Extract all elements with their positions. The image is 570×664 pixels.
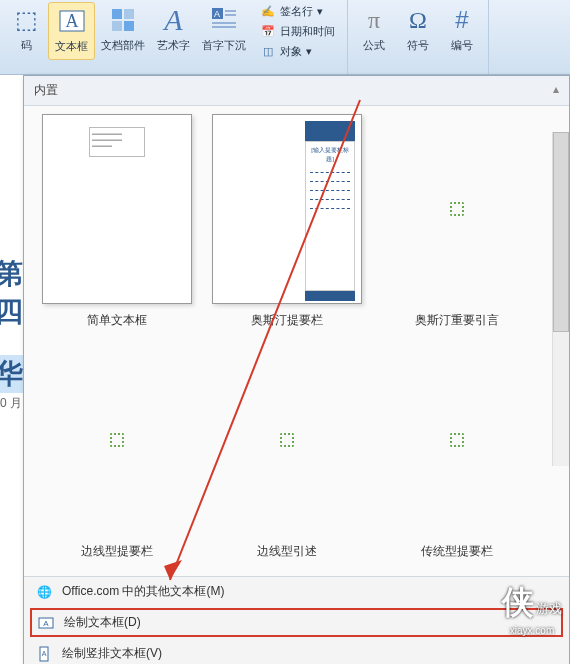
omega-icon: Ω [402, 4, 434, 36]
globe-icon: 🌐 [36, 584, 52, 600]
svg-rect-4 [112, 21, 122, 31]
svg-text:A: A [43, 619, 49, 628]
loading-icon [110, 433, 124, 447]
menu-draw-textbox[interactable]: A 绘制文本框(D) [30, 608, 563, 637]
calendar-icon: 📅 [260, 23, 276, 39]
hash-icon: # [446, 4, 478, 36]
svg-text:A: A [65, 11, 78, 31]
signline-button[interactable]: ✍签名行 ▾ [256, 2, 339, 20]
gallery-item-border-quote[interactable]: 边线型引述 [202, 345, 372, 564]
toolbar-btn[interactable]: ⬚码 [4, 2, 48, 60]
number-button[interactable]: #编号 [440, 2, 484, 55]
gallery-scrollbar[interactable] [552, 132, 569, 466]
docparts-icon [107, 4, 139, 36]
docparts-button[interactable]: 文档部件 [95, 2, 151, 60]
wordart-icon: A [158, 4, 190, 36]
watermark: 侠游戏 xiayx.com [502, 581, 562, 636]
textbox-button[interactable]: A 文本框 [48, 2, 95, 60]
gallery-item-traditional[interactable]: 传统型提要栏 [372, 345, 542, 564]
signature-icon: ✍ [260, 3, 276, 19]
svg-rect-2 [112, 9, 122, 19]
loading-icon [450, 433, 464, 447]
textbox-small-icon: A [38, 615, 54, 631]
svg-rect-3 [124, 9, 134, 19]
gallery: ▬▬▬▬▬▬▬▬▬▬▬▬▬▬▬▬ 简单文本框 [输入提要栏标题] 奥斯汀提要栏 … [24, 106, 569, 576]
ribbon: ⬚码 A 文本框 文档部件 A艺术字 A首字下沉 ✍签名行 ▾ 📅日期和时间 ◫… [0, 0, 570, 75]
dropdown-header: 内置 ▴ [24, 76, 569, 106]
gallery-item-austin-quote[interactable]: 奥斯汀重要引言 [372, 114, 542, 333]
gallery-item-simple[interactable]: ▬▬▬▬▬▬▬▬▬▬▬▬▬▬▬▬ 简单文本框 [32, 114, 202, 333]
svg-text:A: A [214, 9, 220, 19]
loading-icon [450, 202, 464, 216]
svg-rect-5 [124, 21, 134, 31]
object-icon: ◫ [260, 43, 276, 59]
svg-text:A: A [42, 650, 47, 657]
pi-icon: π [358, 4, 390, 36]
gallery-item-austin-sidebar[interactable]: [输入提要栏标题] 奥斯汀提要栏 [202, 114, 372, 333]
symbol-button[interactable]: Ω符号 [396, 2, 440, 55]
datetime-button[interactable]: 📅日期和时间 [256, 22, 339, 40]
wordart-button[interactable]: A艺术字 [151, 2, 196, 60]
gallery-item-border-sidebar[interactable]: 边线型提要栏 [32, 345, 202, 564]
textbox-dropdown: 内置 ▴ ▬▬▬▬▬▬▬▬▬▬▬▬▬▬▬▬ 简单文本框 [输入提要栏标题] 奥斯… [23, 75, 570, 664]
scroll-up-icon[interactable]: ▴ [553, 82, 559, 99]
vertical-textbox-icon: A [36, 646, 52, 662]
menu-office-more[interactable]: 🌐 Office.com 中的其他文本框(M) [24, 577, 569, 606]
menu-draw-vertical-textbox[interactable]: A 绘制竖排文本框(V) [24, 639, 569, 664]
formula-button[interactable]: π公式 [352, 2, 396, 55]
dropcap-button[interactable]: A首字下沉 [196, 2, 252, 60]
object-button[interactable]: ◫对象 ▾ [256, 42, 339, 60]
loading-icon [280, 433, 294, 447]
menu-list: 🌐 Office.com 中的其他文本框(M) A 绘制文本框(D) A 绘制竖… [24, 576, 569, 664]
textbox-icon: A [56, 5, 88, 37]
dropcap-icon: A [208, 4, 240, 36]
